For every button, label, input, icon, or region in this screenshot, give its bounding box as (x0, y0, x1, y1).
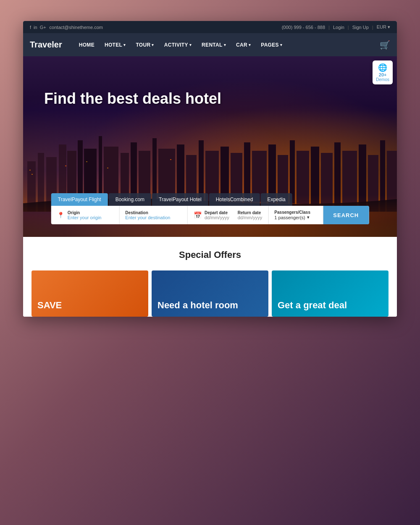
offer-card-2-text: Need a hotel room (158, 300, 238, 311)
passengers-field[interactable]: Passengers/Class 1 passenger(s) ▾ (268, 206, 323, 224)
offer-card-1[interactable]: SAVE (32, 270, 148, 317)
tab-hotelscombined[interactable]: HotelsCombined (209, 193, 260, 206)
linkedin-icon[interactable]: in (34, 25, 37, 30)
nav-items: HOME HOTEL ▾ TOUR ▾ ACTIVITY ▾ RENTAL ▾ … (75, 39, 380, 51)
top-bar-right: (000) 999 - 656 - 888 | Login | Sign Up … (282, 24, 390, 30)
passengers-label: Passengers/Class (274, 210, 317, 215)
top-bar: f in G+ contact@shinetheme.com (000) 999… (23, 21, 397, 33)
nav-item-activity[interactable]: ACTIVITY ▾ (160, 39, 196, 51)
svg-rect-40 (170, 159, 171, 160)
signup-link[interactable]: Sign Up (352, 25, 369, 30)
currency-selector[interactable]: EUR ▾ (377, 24, 390, 30)
passengers-value: 1 passenger(s) ▾ (274, 215, 317, 220)
depart-label: Depart date (205, 210, 229, 215)
cart-icon[interactable]: 🛒 (380, 40, 390, 50)
demos-badge[interactable]: 🌐 20+ Demos (373, 60, 393, 84)
destination-value: Enter your destination (125, 215, 170, 220)
hero-title: Find the best deals hotel (44, 90, 221, 108)
search-button[interactable]: SEARCH (323, 206, 369, 224)
login-link[interactable]: Login (333, 25, 344, 30)
offer-card-3-text: Get a great deal (278, 300, 347, 311)
offers-section: Special Offers SAVE Need a hotel room Ge… (23, 237, 397, 317)
nav-item-pages[interactable]: PAGES ▾ (257, 39, 286, 51)
demos-count: 20+ (379, 72, 387, 77)
offers-title: Special Offers (32, 249, 388, 260)
chevron-down-icon: ▾ (189, 43, 192, 47)
phone-number: (000) 999 - 656 - 888 (282, 25, 325, 30)
tab-booking[interactable]: Booking.com (109, 193, 151, 206)
brand-logo[interactable]: Traveler (30, 40, 62, 50)
svg-rect-39 (107, 168, 108, 168)
location-icon: 📍 (57, 212, 64, 218)
hero-section: Find the best deals hotel 🌐 20+ Demos Tr… (23, 56, 397, 237)
nav-item-car[interactable]: CAR ▾ (232, 39, 255, 51)
origin-field[interactable]: 📍 Origin Enter your origin (51, 206, 120, 224)
nav-item-tour[interactable]: TOUR ▾ (131, 39, 158, 51)
search-bar: 📍 Origin Enter your origin Destination E… (51, 206, 369, 224)
tab-expedia[interactable]: Expedia (260, 193, 292, 206)
offer-card-1-text: SAVE (37, 300, 62, 311)
chevron-down-icon: ▾ (307, 215, 310, 220)
nav-item-rental[interactable]: RENTAL ▾ (197, 39, 230, 51)
depart-value: dd/mm/yyyy (205, 215, 229, 220)
offers-grid: SAVE Need a hotel room Get a great deal (32, 270, 388, 317)
chevron-down-icon: ▾ (224, 43, 226, 47)
destination-label: Destination (125, 210, 170, 215)
origin-label: Origin (68, 210, 102, 215)
svg-rect-38 (86, 161, 87, 162)
nav-item-home[interactable]: HOME (75, 39, 99, 51)
return-label: Return date (238, 210, 262, 215)
origin-value: Enter your origin (68, 215, 102, 220)
search-container: TravelPayout Flight Booking.com TravelPa… (51, 193, 369, 224)
offer-card-3[interactable]: Get a great deal (272, 270, 388, 317)
chevron-down-icon: ▾ (280, 43, 282, 47)
chevron-down-icon: ▾ (123, 43, 126, 47)
globe-icon: 🌐 (378, 63, 387, 72)
demos-label: Demos (376, 77, 389, 82)
nav-item-hotel[interactable]: HOTEL ▾ (100, 39, 130, 51)
facebook-icon[interactable]: f (30, 25, 31, 30)
calendar-icon: 📅 (194, 211, 202, 219)
browser-window: f in G+ contact@shinetheme.com (000) 999… (23, 21, 397, 317)
tab-travelpayout-flight[interactable]: TravelPayout Flight (51, 193, 108, 206)
navbar: Traveler HOME HOTEL ▾ TOUR ▾ ACTIVITY ▾ … (23, 33, 397, 56)
offer-card-2[interactable]: Need a hotel room (152, 270, 268, 317)
svg-rect-36 (32, 174, 33, 175)
search-tabs: TravelPayout Flight Booking.com TravelPa… (51, 193, 369, 206)
chevron-down-icon: ▾ (152, 43, 154, 47)
chevron-down-icon: ▾ (249, 43, 251, 47)
tab-travelpayout-hotel[interactable]: TravelPayout Hotel (152, 193, 208, 206)
dates-field[interactable]: 📅 Depart date dd/mm/yyyy Return date dd/… (188, 206, 268, 224)
svg-rect-37 (65, 165, 66, 166)
googleplus-icon[interactable]: G+ (40, 25, 46, 30)
top-bar-email: contact@shinetheme.com (50, 25, 103, 30)
top-bar-left: f in G+ contact@shinetheme.com (30, 25, 103, 30)
social-icons: f in G+ (30, 25, 46, 30)
svg-rect-35 (29, 170, 31, 171)
destination-field[interactable]: Destination Enter your destination (119, 206, 188, 224)
return-value: dd/mm/yyyy (238, 215, 262, 220)
